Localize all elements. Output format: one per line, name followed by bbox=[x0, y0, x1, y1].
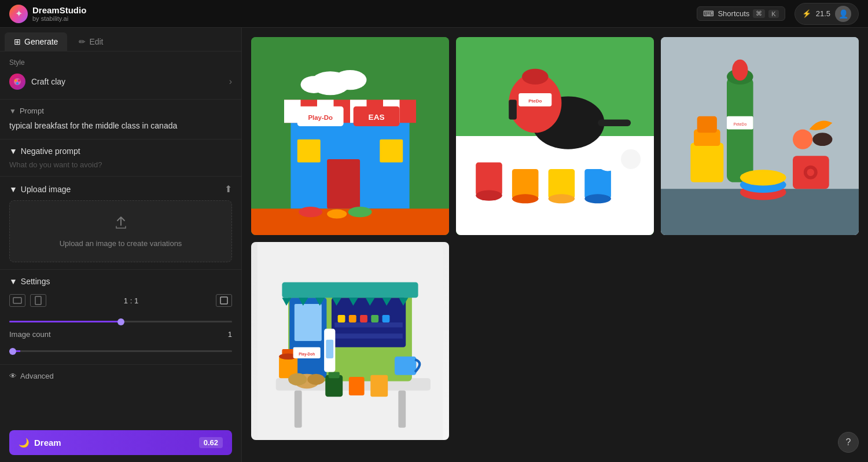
dream-button[interactable]: 🌙 Dream 0.62 bbox=[9, 430, 232, 455]
negative-prompt-header[interactable]: ▼ Negative prompt bbox=[9, 146, 232, 156]
aspect-icon-group bbox=[9, 294, 46, 307]
settings-header[interactable]: ▼ Settings bbox=[9, 277, 232, 286]
upload-dropzone[interactable]: Upload an image to create variations bbox=[9, 200, 232, 262]
svg-rect-55 bbox=[793, 156, 829, 189]
credits-value: 21.5 bbox=[816, 9, 830, 18]
aspect-ratio-slider[interactable] bbox=[9, 321, 232, 322]
svg-point-51 bbox=[732, 60, 748, 80]
svg-point-24 bbox=[348, 207, 372, 217]
aspect-landscape-icon[interactable] bbox=[9, 294, 25, 307]
settings-label: Settings bbox=[21, 277, 50, 286]
style-section: Style Craft clay › bbox=[0, 52, 241, 100]
app-name-group: DreamStudio by stability.ai bbox=[32, 5, 86, 22]
tab-edit[interactable]: ✏ Edit bbox=[69, 32, 112, 51]
dream-label: Dream bbox=[34, 438, 61, 448]
svg-point-22 bbox=[299, 207, 322, 217]
svg-rect-19 bbox=[297, 140, 321, 163]
dream-button-left: 🌙 Dream bbox=[19, 438, 61, 448]
shortcuts-button[interactable]: ⌨ Shortcuts ⌘ K bbox=[697, 6, 785, 21]
credits-badge: ⚡ 21.5 👤 bbox=[795, 3, 859, 25]
moon-icon: 🌙 bbox=[19, 438, 30, 448]
svg-rect-73 bbox=[349, 315, 356, 322]
eye-icon: 👁 bbox=[9, 372, 17, 380]
svg-rect-71 bbox=[334, 333, 403, 339]
svg-text:PeteDo: PeteDo bbox=[733, 122, 746, 126]
image-card-4[interactable]: Play-Doh bbox=[251, 242, 449, 440]
advanced-section[interactable]: 👁 Advanced bbox=[0, 365, 241, 387]
upload-action-icon[interactable]: ⬆ bbox=[225, 184, 232, 195]
svg-rect-72 bbox=[338, 315, 345, 322]
upload-header: ▼ Upload image ⬆ bbox=[9, 184, 232, 195]
svg-rect-93 bbox=[349, 377, 365, 395]
aspect-ratio-row: 1 : 1 bbox=[9, 294, 232, 307]
image-card-3[interactable]: PeteDo bbox=[661, 37, 859, 235]
svg-rect-79 bbox=[282, 282, 418, 298]
svg-point-97 bbox=[307, 374, 325, 385]
svg-rect-78 bbox=[295, 304, 322, 341]
svg-point-23 bbox=[327, 210, 347, 219]
svg-point-36 bbox=[476, 190, 502, 200]
svg-point-61 bbox=[740, 170, 786, 185]
svg-rect-52 bbox=[690, 142, 723, 182]
svg-rect-18 bbox=[327, 159, 360, 209]
settings-chevron-icon: ▼ bbox=[9, 277, 17, 286]
svg-point-1 bbox=[14, 79, 17, 82]
svg-text:EAS: EAS bbox=[369, 113, 385, 122]
svg-rect-5 bbox=[35, 296, 41, 305]
svg-point-62 bbox=[812, 133, 832, 146]
svg-rect-20 bbox=[380, 140, 403, 163]
image-count-value: 1 bbox=[228, 330, 232, 339]
prompt-section-label: Prompt bbox=[20, 107, 44, 115]
style-left: Craft clay bbox=[9, 74, 65, 90]
image-scene-4: Play-Doh bbox=[251, 242, 449, 440]
svg-point-33 bbox=[522, 69, 549, 85]
svg-text:PteDo: PteDo bbox=[528, 98, 542, 104]
image-scene-1: Play-Do EAS bbox=[251, 37, 449, 235]
tab-generate[interactable]: ⊞ Generate bbox=[5, 32, 67, 51]
aspect-square-icon[interactable] bbox=[216, 294, 232, 307]
help-icon: ? bbox=[846, 437, 851, 448]
svg-point-63 bbox=[793, 130, 812, 149]
prompt-header[interactable]: ▼ Prompt bbox=[9, 107, 232, 115]
main-layout: ⊞ Generate ✏ Edit Style bbox=[0, 28, 868, 462]
svg-point-2 bbox=[18, 79, 20, 82]
aspect-ratio-value: 1 : 1 bbox=[124, 296, 138, 305]
user-avatar[interactable]: 👤 bbox=[835, 6, 851, 22]
keyboard-icon: ⌨ bbox=[703, 9, 714, 18]
svg-text:Play-Doh: Play-Doh bbox=[299, 352, 315, 357]
svg-rect-6 bbox=[220, 297, 227, 304]
svg-point-40 bbox=[549, 194, 575, 203]
svg-rect-70 bbox=[334, 322, 403, 328]
svg-rect-31 bbox=[598, 120, 631, 126]
prompt-value[interactable]: typical breakfast for the middle class i… bbox=[9, 120, 232, 132]
svg-rect-66 bbox=[295, 391, 302, 428]
help-button[interactable]: ? bbox=[838, 432, 859, 453]
svg-rect-92 bbox=[329, 372, 340, 378]
upload-section: ▼ Upload image ⬆ Upload an image to crea… bbox=[0, 177, 241, 270]
svg-point-38 bbox=[512, 194, 539, 203]
upload-description: Upload an image to create variations bbox=[60, 239, 182, 248]
dream-button-container: 🌙 Dream 0.62 bbox=[0, 423, 241, 462]
svg-point-96 bbox=[288, 373, 307, 386]
style-label: Style bbox=[9, 58, 232, 67]
svg-rect-99 bbox=[326, 340, 333, 358]
dream-cost: 0.62 bbox=[199, 437, 223, 448]
image-card-1[interactable]: Play-Do EAS bbox=[251, 37, 449, 235]
style-value: Craft clay bbox=[31, 77, 65, 86]
image-scene-2: PteDo bbox=[456, 37, 654, 235]
svg-rect-76 bbox=[382, 315, 390, 322]
image-count-slider[interactable] bbox=[9, 350, 232, 352]
generate-tab-label: Generate bbox=[24, 37, 58, 46]
upload-box-icon bbox=[113, 215, 129, 234]
prompt-chevron-icon: ▼ bbox=[9, 107, 16, 115]
style-selector[interactable]: Craft clay › bbox=[9, 71, 232, 92]
image-grid: Play-Do EAS bbox=[251, 37, 859, 440]
svg-rect-100 bbox=[395, 357, 416, 375]
app-name: DreamStudio bbox=[32, 5, 86, 15]
image-card-2[interactable]: PteDo bbox=[456, 37, 654, 235]
upload-chevron-icon: ▼ bbox=[9, 185, 17, 194]
negative-prompt-placeholder[interactable]: What do you want to avoid? bbox=[9, 160, 232, 169]
upload-header-left[interactable]: ▼ Upload image bbox=[9, 185, 71, 194]
aspect-portrait-icon[interactable] bbox=[30, 294, 46, 307]
svg-rect-54 bbox=[697, 116, 717, 133]
